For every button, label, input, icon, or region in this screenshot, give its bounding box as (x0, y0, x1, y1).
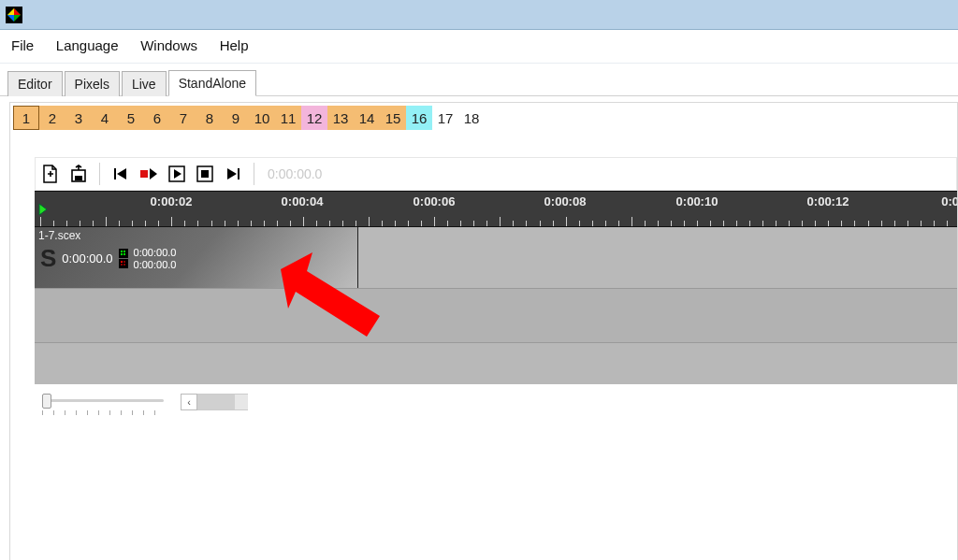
timeline-clip[interactable]: 1-7.scex S 0:00:00.0 0:00:00.0 0:00:00.0 (35, 227, 358, 288)
timeline-ruler[interactable]: 0:00:020:00:040:00:060:00:080:00:100:00:… (35, 191, 957, 227)
menu-help[interactable]: Help (212, 34, 260, 59)
toolbar-separator (99, 163, 100, 185)
timeline-track-1[interactable]: 1-7.scex S 0:00:00.0 0:00:00.0 0:00:00.0 (35, 227, 957, 289)
page-cell-12[interactable]: 12 (301, 106, 327, 130)
svg-rect-14 (201, 170, 209, 178)
ruler-label: 0:00:08 (544, 194, 587, 208)
titlebar (0, 0, 958, 30)
svg-marker-10 (150, 168, 157, 179)
stop-button[interactable] (194, 163, 216, 185)
tab-live[interactable]: Live (122, 71, 167, 96)
clip-sub-times: 0:00:00.0 0:00:00.0 (134, 248, 177, 270)
page-cell-3[interactable]: 3 (65, 106, 92, 130)
clip-main-time: 0:00:00.0 (62, 251, 112, 266)
svg-marker-8 (117, 168, 126, 179)
timeline-editor: 0:00:00.0 0:00:020:00:040:00:060:00:080:… (35, 157, 957, 425)
go-start-button[interactable] (109, 163, 132, 185)
page-cell-9[interactable]: 9 (223, 106, 249, 130)
zoom-thumb[interactable] (42, 394, 51, 409)
ruler-label: 0:00:04 (282, 194, 324, 208)
page-cell-17[interactable]: 17 (432, 106, 458, 130)
play-button[interactable] (166, 163, 188, 185)
page-bar: 123456789101112131415161718 (10, 103, 487, 133)
ruler-label: 0:00:06 (414, 194, 456, 208)
page-cell-10[interactable]: 10 (249, 106, 275, 130)
toolbar-separator (254, 163, 254, 185)
menu-file[interactable]: File (4, 34, 45, 59)
ruler-label: 0:00:1 (941, 194, 957, 208)
page-cell-6[interactable]: 6 (144, 106, 170, 130)
ruler-label: 0:00:10 (676, 194, 718, 208)
page-cell-1[interactable]: 1 (13, 106, 39, 130)
timeline-track-3[interactable] (35, 343, 957, 384)
record-play-button[interactable] (138, 163, 160, 185)
page-cell-14[interactable]: 14 (354, 106, 380, 130)
page-cell-11[interactable]: 11 (275, 106, 301, 130)
clip-status-lights (119, 249, 128, 268)
scroll-thumb[interactable] (197, 395, 235, 409)
save-button[interactable] (67, 163, 90, 185)
page-cell-13[interactable]: 13 (327, 106, 354, 130)
page-cell-5[interactable]: 5 (118, 106, 144, 130)
status-light-green-icon (119, 249, 128, 258)
app-icon (6, 7, 22, 23)
svg-marker-12 (174, 169, 181, 179)
menubar: File Language Windows Help (0, 30, 958, 64)
timeline-footer: ‹ (35, 384, 957, 425)
transport-time-display: 0:00:00.0 (264, 166, 322, 181)
page-cell-8[interactable]: 8 (196, 106, 223, 130)
menu-language[interactable]: Language (49, 34, 130, 59)
horizontal-scrollbar[interactable]: ‹ (181, 394, 248, 410)
clip-sub-time-a: 0:00:00.0 (134, 248, 177, 258)
ruler-label: 0:00:02 (151, 194, 193, 208)
ruler-label: 0:00:12 (807, 194, 849, 208)
status-light-red-icon (119, 259, 128, 268)
tab-editor[interactable]: Editor (7, 71, 63, 96)
svg-marker-15 (227, 168, 237, 179)
go-end-button[interactable] (222, 163, 244, 185)
svg-rect-9 (140, 170, 148, 178)
clip-sub-time-b: 0:00:00.0 (134, 260, 177, 270)
tab-standalone[interactable]: StandAlone (168, 70, 256, 96)
zoom-slider[interactable] (42, 394, 164, 412)
timeline-track-2[interactable] (35, 289, 957, 343)
page-cell-7[interactable]: 7 (170, 106, 196, 130)
clip-filename: 1-7.scex (35, 227, 357, 244)
add-file-button[interactable] (39, 163, 62, 185)
page-cell-18[interactable]: 18 (458, 106, 485, 130)
transport-toolbar: 0:00:00.0 (35, 157, 957, 191)
menu-windows[interactable]: Windows (133, 34, 209, 59)
svg-rect-7 (114, 168, 116, 179)
page-cell-4[interactable]: 4 (92, 106, 118, 130)
svg-rect-16 (238, 168, 240, 179)
svg-rect-6 (75, 176, 82, 180)
page-cell-15[interactable]: 15 (380, 106, 406, 130)
scroll-left-button[interactable]: ‹ (181, 394, 197, 410)
tabbar: Editor Pixels Live StandAlone (0, 64, 958, 96)
page-cell-16[interactable]: 16 (406, 106, 432, 130)
standalone-panel: 123456789101112131415161718 (9, 102, 958, 560)
page-cell-2[interactable]: 2 (39, 106, 65, 130)
clip-type-badge: S (40, 244, 56, 273)
tab-pixels[interactable]: Pixels (65, 71, 120, 96)
